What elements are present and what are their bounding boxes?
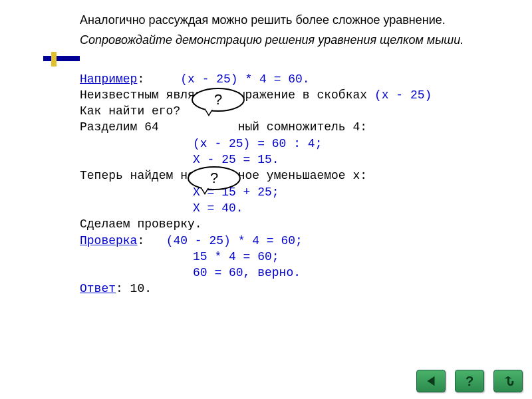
callout-bubble-2: ? (188, 166, 241, 190)
line-check2: 15 * 4 = 60; (80, 249, 512, 265)
main-content: Аналогично рассуждая можно решить более … (80, 12, 512, 297)
sidebar-line1: Решение уравнений. Левая часть уравнений (15, 0, 27, 20)
line-eq3: Х = 15 + 25; (80, 184, 512, 200)
nav-bar: ? (416, 370, 523, 392)
line-docheck: Сделаем проверку. (80, 216, 512, 232)
line-check3: 60 = 60, верно. (80, 265, 512, 281)
sidebar-vertical-title: представляет собой произведение Решение … (4, 0, 27, 20)
line-howfind: Как найти его? (80, 103, 512, 119)
intro-text: Аналогично рассуждая можно решить более … (80, 12, 512, 28)
line-eq2: Х - 25 = 15. (80, 152, 512, 168)
line-unknown: Неизвестным является выражение в скобках… (80, 87, 512, 103)
line-example: Например: (х - 25) * 4 = 60. (80, 71, 512, 87)
callout-bubble-1: ? (192, 88, 245, 112)
triangle-left-icon (424, 374, 438, 388)
line-eq4: Х = 40. (80, 200, 512, 216)
sidebar-line2: представляет собой произведение (4, 0, 15, 20)
question-icon: ? (466, 374, 473, 389)
line-nowfind: Теперь найдем неизвестное уменьшаемое х: (80, 168, 512, 184)
u-turn-icon (501, 374, 515, 388)
line-eq1: (х - 25) = 60 : 4; (80, 136, 512, 152)
line-check: Проверка: (40 - 25) * 4 = 60; (80, 233, 512, 249)
hint-text: Сопровождайте демонстрацию решения уравн… (80, 32, 512, 48)
decorative-cross (43, 52, 80, 65)
question-mark-icon: ? (210, 170, 218, 187)
prev-button[interactable] (416, 370, 446, 392)
question-mark-icon: ? (214, 91, 222, 108)
help-button[interactable]: ? (455, 370, 484, 392)
line-answer: Ответ: 10. (80, 281, 512, 297)
line-divide: Разделим 64 ный сомножитель 4: (80, 119, 512, 135)
return-button[interactable] (493, 370, 523, 392)
solution-body: Например: (х - 25) * 4 = 60. Неизвестным… (80, 71, 512, 297)
